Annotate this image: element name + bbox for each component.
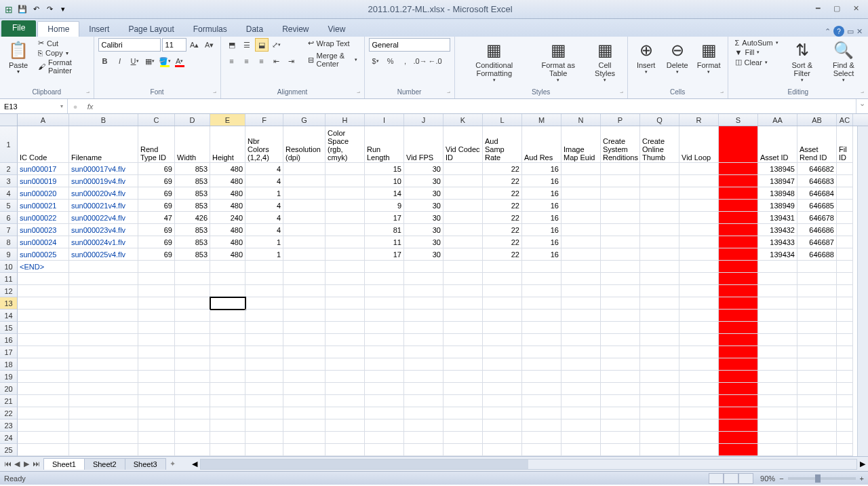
data-cell[interactable] — [18, 358, 69, 371]
data-cell[interactable] — [640, 248, 679, 261]
data-cell[interactable] — [245, 358, 283, 371]
data-cell[interactable]: sun000021 — [18, 200, 69, 212]
data-cell[interactable] — [601, 310, 640, 322]
data-cell[interactable] — [797, 261, 837, 273]
data-cell[interactable] — [679, 163, 719, 175]
data-cell[interactable] — [365, 419, 404, 432]
data-cell[interactable] — [69, 419, 138, 432]
data-cell[interactable] — [18, 371, 69, 383]
data-cell[interactable]: 30 — [404, 175, 443, 187]
data-cell[interactable] — [245, 407, 283, 419]
data-cell[interactable]: 426 — [175, 212, 210, 224]
data-cell[interactable]: 646687 — [797, 236, 837, 248]
data-cell[interactable] — [245, 395, 283, 407]
data-cell[interactable]: 30 — [404, 236, 443, 248]
data-cell[interactable] — [522, 383, 561, 395]
data-cell[interactable] — [175, 322, 210, 334]
data-cell[interactable] — [601, 273, 640, 285]
row-header[interactable]: 23 — [0, 419, 18, 432]
spreadsheet-grid[interactable]: ABCDEFGHIJKLMNPQRSAAABAC 1IC CodeFilenam… — [0, 114, 868, 456]
data-cell[interactable]: 4 — [245, 224, 283, 236]
column-header[interactable]: H — [326, 114, 365, 126]
data-cell[interactable] — [175, 261, 210, 273]
comma-icon[interactable]: , — [399, 54, 412, 68]
data-cell[interactable]: 17 — [365, 248, 404, 261]
data-cell[interactable] — [561, 175, 601, 187]
data-cell[interactable]: 16 — [522, 200, 561, 212]
data-cell[interactable] — [601, 395, 640, 407]
increase-decimal-icon[interactable]: .0→ — [414, 54, 427, 68]
data-cell[interactable] — [719, 175, 758, 187]
data-cell[interactable] — [365, 444, 404, 456]
bold-button[interactable]: B — [98, 54, 112, 68]
decrease-indent-icon[interactable]: ⇤ — [270, 54, 283, 68]
fill-button[interactable]: ▼Fill▾ — [732, 48, 781, 57]
data-cell[interactable] — [365, 273, 404, 285]
cut-button[interactable]: ✂Cut — [35, 38, 90, 48]
header-cell[interactable]: Create System Renditions — [601, 126, 640, 163]
data-cell[interactable] — [679, 432, 719, 444]
data-cell[interactable] — [283, 248, 326, 261]
data-cell[interactable] — [175, 395, 210, 407]
data-cell[interactable]: 69 — [138, 200, 175, 212]
column-header[interactable]: S — [719, 114, 758, 126]
format-as-table-button[interactable]: ▦Format as Table▾ — [532, 38, 585, 84]
data-cell[interactable]: 4 — [245, 200, 283, 212]
data-cell[interactable]: 69 — [138, 224, 175, 236]
data-cell[interactable] — [758, 261, 797, 273]
row-header[interactable]: 8 — [0, 236, 18, 248]
underline-button[interactable]: U▾ — [128, 54, 142, 68]
data-cell[interactable] — [326, 236, 365, 248]
data-cell[interactable] — [283, 273, 326, 285]
data-cell[interactable] — [365, 383, 404, 395]
formula-input[interactable] — [98, 101, 856, 112]
data-cell[interactable] — [365, 432, 404, 444]
row-header[interactable]: 5 — [0, 200, 18, 212]
expand-formula-icon[interactable]: ⌄ — [856, 99, 868, 113]
data-cell[interactable] — [522, 444, 561, 456]
data-cell[interactable] — [522, 273, 561, 285]
data-cell[interactable] — [210, 371, 245, 383]
data-cell[interactable]: 16 — [522, 224, 561, 236]
data-cell[interactable] — [679, 358, 719, 371]
data-cell[interactable] — [601, 383, 640, 395]
data-cell[interactable]: 139434 — [758, 248, 797, 261]
data-cell[interactable] — [797, 334, 837, 346]
data-cell[interactable] — [601, 224, 640, 236]
data-cell[interactable]: 240 — [210, 212, 245, 224]
header-cell[interactable] — [719, 126, 758, 163]
data-cell[interactable]: 480 — [210, 163, 245, 175]
data-cell[interactable]: 480 — [210, 224, 245, 236]
help-icon[interactable]: ? — [833, 26, 844, 37]
row-header[interactable]: 11 — [0, 273, 18, 285]
data-cell[interactable] — [283, 358, 326, 371]
name-box[interactable]: E13▾ — [0, 99, 68, 113]
data-cell[interactable] — [640, 200, 679, 212]
tab-formulas[interactable]: Formulas — [184, 22, 237, 37]
data-cell[interactable] — [719, 224, 758, 236]
data-cell[interactable] — [283, 297, 326, 310]
select-all-corner[interactable] — [0, 114, 18, 126]
data-cell[interactable] — [640, 419, 679, 432]
data-cell[interactable] — [245, 273, 283, 285]
data-cell[interactable] — [679, 212, 719, 224]
fill-color-button[interactable]: 🪣▾ — [158, 54, 172, 68]
data-cell[interactable]: 22 — [483, 187, 522, 200]
data-cell[interactable] — [210, 346, 245, 358]
data-cell[interactable] — [522, 322, 561, 334]
data-cell[interactable]: 646688 — [797, 248, 837, 261]
data-cell[interactable] — [601, 358, 640, 371]
data-cell[interactable]: 30 — [404, 248, 443, 261]
clear-button[interactable]: ◫Clear▾ — [732, 57, 781, 67]
data-cell[interactable] — [210, 383, 245, 395]
data-cell[interactable] — [640, 310, 679, 322]
data-cell[interactable] — [640, 285, 679, 297]
data-cell[interactable]: 853 — [175, 187, 210, 200]
data-cell[interactable]: 4 — [245, 212, 283, 224]
decrease-decimal-icon[interactable]: ←.0 — [429, 54, 442, 68]
data-cell[interactable] — [404, 407, 443, 419]
data-cell[interactable] — [837, 310, 853, 322]
data-cell[interactable] — [138, 383, 175, 395]
data-cell[interactable] — [561, 407, 601, 419]
data-cell[interactable] — [326, 407, 365, 419]
